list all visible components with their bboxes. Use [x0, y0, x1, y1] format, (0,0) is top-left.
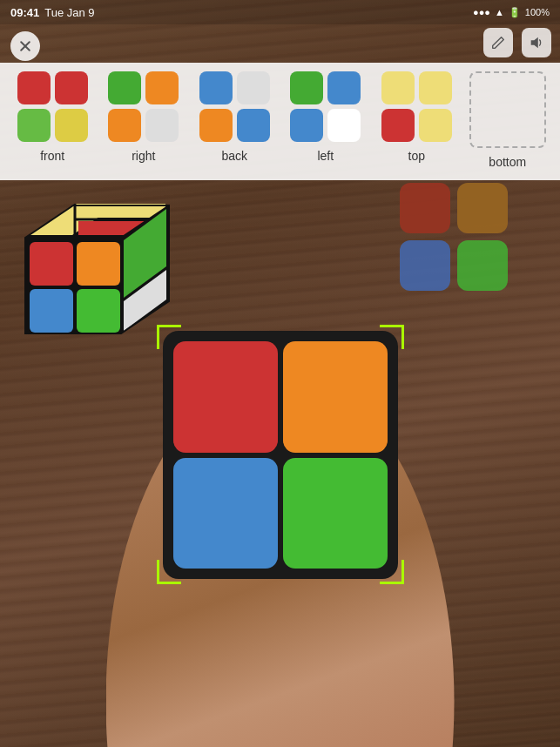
right-color-3[interactable]	[145, 109, 179, 142]
sound-icon	[529, 35, 544, 50]
front-colors	[17, 71, 88, 142]
detected-green	[457, 240, 508, 291]
face-top: top	[371, 71, 462, 163]
face-bottom: bottom	[462, 71, 554, 169]
battery-icon: 🔋	[509, 7, 521, 18]
battery-percent: 100%	[525, 7, 550, 17]
face-left: left	[280, 71, 372, 163]
detected-colors-panel	[400, 183, 508, 291]
face-front: front	[7, 71, 98, 163]
physical-cell-bl	[173, 458, 278, 569]
cube-diagram	[12, 190, 178, 351]
close-button[interactable]	[10, 31, 40, 61]
front-color-3[interactable]	[55, 109, 88, 142]
front-label: front	[40, 149, 64, 163]
detected-row-2	[400, 240, 508, 291]
right-color-1[interactable]	[145, 71, 179, 104]
right-color-0[interactable]	[108, 71, 141, 104]
close-icon	[18, 39, 32, 53]
left-color-3[interactable]	[327, 109, 361, 142]
physical-cell-br	[283, 458, 388, 569]
front-color-0[interactable]	[17, 71, 51, 104]
top-color-3[interactable]	[419, 109, 452, 142]
sound-button[interactable]	[522, 28, 551, 57]
detected-red-brown	[400, 183, 450, 233]
top-label: top	[408, 149, 425, 163]
svg-rect-7	[77, 289, 120, 333]
left-color-2[interactable]	[290, 109, 323, 142]
front-color-2[interactable]	[17, 109, 51, 142]
back-label: back	[221, 149, 247, 163]
face-selector-panel: front right back left	[0, 63, 560, 180]
status-icons: ●●● ▲ 🔋 100%	[473, 7, 550, 18]
detected-blue	[400, 240, 450, 291]
top-colors	[381, 71, 452, 142]
status-date: Tue Jan 9	[44, 6, 94, 19]
right-color-2[interactable]	[108, 109, 141, 142]
top-color-1[interactable]	[419, 71, 452, 104]
detected-row-1	[400, 183, 508, 233]
right-label: right	[132, 149, 155, 163]
face-back: back	[189, 71, 280, 163]
svg-rect-6	[30, 289, 73, 333]
edit-button[interactable]	[483, 28, 513, 57]
back-color-2[interactable]	[199, 109, 233, 142]
signal-icon: ●●●	[473, 7, 490, 17]
physical-cube	[163, 331, 398, 579]
top-right-controls	[483, 28, 551, 57]
back-colors	[199, 71, 270, 142]
svg-rect-4	[30, 242, 73, 286]
status-time: 09:41	[10, 6, 39, 19]
status-bar: 09:41 Tue Jan 9 ●●● ▲ 🔋 100%	[0, 0, 560, 24]
svg-rect-5	[77, 242, 120, 286]
back-color-1[interactable]	[237, 71, 270, 104]
bottom-label: bottom	[489, 155, 526, 169]
wifi-icon: ▲	[495, 7, 504, 17]
top-color-0[interactable]	[381, 71, 415, 104]
cube-svg	[12, 190, 178, 351]
left-color-1[interactable]	[327, 71, 361, 104]
detected-brown	[457, 183, 508, 233]
top-color-2[interactable]	[381, 109, 415, 142]
bottom-colors[interactable]	[469, 71, 546, 148]
physical-cell-tl	[173, 341, 278, 453]
back-color-3[interactable]	[237, 109, 270, 142]
front-color-1[interactable]	[55, 71, 88, 104]
edit-icon	[490, 35, 506, 50]
left-color-0[interactable]	[290, 71, 323, 104]
left-label: left	[317, 149, 334, 163]
face-right: right	[98, 71, 190, 163]
svg-marker-2	[531, 37, 538, 49]
right-colors	[108, 71, 179, 142]
physical-cell-tr	[283, 341, 388, 453]
back-color-0[interactable]	[199, 71, 233, 104]
left-colors	[290, 71, 361, 142]
